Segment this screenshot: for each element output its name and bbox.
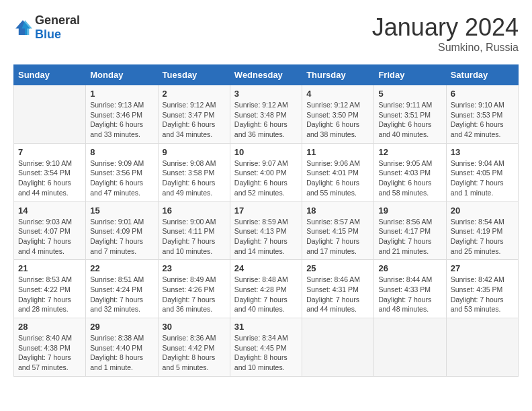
sunset-label: Sunset: 4:28 PM bbox=[234, 285, 287, 293]
daylight-label: Daylight: 7 hours and 25 minutes. bbox=[451, 237, 504, 255]
day-number: 3 bbox=[234, 89, 298, 99]
calendar-cell: 25 Sunrise: 8:46 AM Sunset: 4:31 PM Dayl… bbox=[302, 260, 374, 318]
day-info: Sunrise: 8:34 AM Sunset: 4:45 PM Dayligh… bbox=[234, 333, 298, 373]
day-info: Sunrise: 8:36 AM Sunset: 4:42 PM Dayligh… bbox=[163, 333, 226, 373]
sunset-label: Sunset: 3:50 PM bbox=[306, 111, 359, 119]
sunset-label: Sunset: 4:38 PM bbox=[18, 344, 71, 352]
day-number: 21 bbox=[18, 263, 81, 273]
sunrise-label: Sunrise: 8:51 AM bbox=[90, 275, 144, 283]
daylight-label: Daylight: 7 hours and 4 minutes. bbox=[18, 237, 71, 255]
day-info: Sunrise: 8:42 AM Sunset: 4:35 PM Dayligh… bbox=[451, 275, 514, 314]
sunrise-label: Sunrise: 8:59 AM bbox=[234, 218, 288, 226]
calendar-cell: 23 Sunrise: 8:49 AM Sunset: 4:26 PM Dayl… bbox=[158, 260, 230, 318]
day-info: Sunrise: 9:00 AM Sunset: 4:11 PM Dayligh… bbox=[163, 217, 226, 257]
calendar-cell: 11 Sunrise: 9:06 AM Sunset: 4:01 PM Dayl… bbox=[302, 143, 374, 201]
sunrise-label: Sunrise: 9:01 AM bbox=[90, 218, 144, 226]
day-info: Sunrise: 8:46 AM Sunset: 4:31 PM Dayligh… bbox=[306, 275, 369, 314]
daylight-label: Daylight: 6 hours and 52 minutes. bbox=[234, 179, 287, 197]
page-header: General Blue January 2024 Sumkino, Russi… bbox=[13, 13, 519, 54]
day-number: 8 bbox=[90, 147, 153, 157]
day-info: Sunrise: 9:09 AM Sunset: 3:56 PM Dayligh… bbox=[90, 158, 153, 198]
sunrise-label: Sunrise: 8:36 AM bbox=[163, 334, 216, 342]
sunset-label: Sunset: 4:33 PM bbox=[378, 285, 431, 293]
calendar-cell: 20 Sunrise: 8:54 AM Sunset: 4:19 PM Dayl… bbox=[446, 201, 518, 260]
calendar-cell: 6 Sunrise: 9:10 AM Sunset: 3:53 PM Dayli… bbox=[446, 85, 518, 144]
day-number: 1 bbox=[90, 89, 153, 99]
sunset-label: Sunset: 4:01 PM bbox=[306, 169, 359, 177]
day-number: 2 bbox=[163, 89, 226, 99]
daylight-label: Daylight: 8 hours and 5 minutes. bbox=[163, 353, 216, 371]
sunset-label: Sunset: 3:58 PM bbox=[163, 169, 215, 177]
sunset-label: Sunset: 4:07 PM bbox=[18, 227, 71, 235]
calendar-cell: 24 Sunrise: 8:48 AM Sunset: 4:28 PM Dayl… bbox=[230, 260, 302, 318]
sunrise-label: Sunrise: 9:11 AM bbox=[378, 101, 432, 109]
daylight-label: Daylight: 7 hours and 10 minutes. bbox=[163, 237, 216, 255]
daylight-label: Daylight: 7 hours and 21 minutes. bbox=[378, 237, 431, 255]
sunrise-label: Sunrise: 8:40 AM bbox=[18, 334, 72, 342]
weekday-header-row: SundayMondayTuesdayWednesdayThursdayFrid… bbox=[14, 65, 519, 85]
day-info: Sunrise: 9:10 AM Sunset: 3:53 PM Dayligh… bbox=[451, 100, 514, 140]
sunset-label: Sunset: 4:03 PM bbox=[378, 169, 431, 177]
weekday-header: Tuesday bbox=[158, 65, 230, 85]
daylight-label: Daylight: 6 hours and 36 minutes. bbox=[234, 120, 287, 138]
sunset-label: Sunset: 3:53 PM bbox=[451, 111, 503, 119]
day-info: Sunrise: 8:59 AM Sunset: 4:13 PM Dayligh… bbox=[234, 217, 298, 257]
daylight-label: Daylight: 7 hours and 7 minutes. bbox=[90, 237, 143, 255]
calendar-cell: 4 Sunrise: 9:12 AM Sunset: 3:50 PM Dayli… bbox=[302, 85, 374, 144]
sunrise-label: Sunrise: 9:12 AM bbox=[306, 101, 360, 109]
logo-blue: Blue bbox=[35, 28, 61, 41]
day-number: 12 bbox=[378, 147, 441, 157]
sunset-label: Sunset: 4:35 PM bbox=[451, 285, 503, 293]
calendar-cell: 8 Sunrise: 9:09 AM Sunset: 3:56 PM Dayli… bbox=[86, 143, 158, 201]
sunrise-label: Sunrise: 9:06 AM bbox=[306, 159, 360, 167]
day-info: Sunrise: 9:05 AM Sunset: 4:03 PM Dayligh… bbox=[378, 158, 441, 198]
calendar-cell: 16 Sunrise: 9:00 AM Sunset: 4:11 PM Dayl… bbox=[158, 201, 230, 260]
calendar-cell: 27 Sunrise: 8:42 AM Sunset: 4:35 PM Dayl… bbox=[446, 260, 518, 318]
sunset-label: Sunset: 4:13 PM bbox=[234, 227, 287, 235]
sunrise-label: Sunrise: 8:48 AM bbox=[234, 275, 288, 283]
sunset-label: Sunset: 4:17 PM bbox=[378, 227, 431, 235]
calendar-cell: 12 Sunrise: 9:05 AM Sunset: 4:03 PM Dayl… bbox=[374, 143, 446, 201]
sunrise-label: Sunrise: 9:13 AM bbox=[90, 101, 144, 109]
day-number: 26 bbox=[378, 263, 441, 273]
logo-text: General Blue bbox=[35, 13, 80, 42]
sunset-label: Sunset: 4:19 PM bbox=[451, 227, 503, 235]
day-number: 13 bbox=[451, 147, 514, 157]
weekday-header: Thursday bbox=[302, 65, 374, 85]
sunrise-label: Sunrise: 8:34 AM bbox=[234, 334, 288, 342]
sunset-label: Sunset: 4:45 PM bbox=[234, 344, 287, 352]
sunrise-label: Sunrise: 9:07 AM bbox=[234, 159, 288, 167]
daylight-label: Daylight: 8 hours and 1 minute. bbox=[90, 353, 143, 371]
day-info: Sunrise: 9:10 AM Sunset: 3:54 PM Dayligh… bbox=[18, 158, 81, 198]
sunrise-label: Sunrise: 8:44 AM bbox=[378, 275, 432, 283]
sunset-label: Sunset: 4:15 PM bbox=[306, 227, 359, 235]
calendar-cell: 17 Sunrise: 8:59 AM Sunset: 4:13 PM Dayl… bbox=[230, 201, 302, 260]
calendar-cell: 29 Sunrise: 8:38 AM Sunset: 4:40 PM Dayl… bbox=[86, 318, 158, 377]
daylight-label: Daylight: 6 hours and 44 minutes. bbox=[18, 179, 71, 197]
day-info: Sunrise: 9:12 AM Sunset: 3:50 PM Dayligh… bbox=[306, 100, 369, 140]
sunset-label: Sunset: 3:46 PM bbox=[90, 111, 142, 119]
calendar-cell: 14 Sunrise: 9:03 AM Sunset: 4:07 PM Dayl… bbox=[14, 201, 86, 260]
sunrise-label: Sunrise: 9:05 AM bbox=[378, 159, 432, 167]
day-number: 4 bbox=[306, 89, 369, 99]
daylight-label: Daylight: 7 hours and 40 minutes. bbox=[234, 295, 287, 314]
sunset-label: Sunset: 3:47 PM bbox=[163, 111, 215, 119]
daylight-label: Daylight: 6 hours and 38 minutes. bbox=[306, 120, 359, 138]
sunset-label: Sunset: 3:54 PM bbox=[18, 169, 71, 177]
day-info: Sunrise: 9:07 AM Sunset: 4:00 PM Dayligh… bbox=[234, 158, 298, 198]
day-info: Sunrise: 9:12 AM Sunset: 3:47 PM Dayligh… bbox=[163, 100, 226, 140]
calendar-week-row: 7 Sunrise: 9:10 AM Sunset: 3:54 PM Dayli… bbox=[14, 143, 519, 201]
title-block: January 2024 Sumkino, Russia bbox=[372, 13, 519, 54]
day-info: Sunrise: 8:49 AM Sunset: 4:26 PM Dayligh… bbox=[163, 275, 226, 314]
calendar-cell: 3 Sunrise: 9:12 AM Sunset: 3:48 PM Dayli… bbox=[230, 85, 302, 144]
sunset-label: Sunset: 4:22 PM bbox=[18, 285, 71, 293]
day-number: 16 bbox=[163, 205, 226, 216]
calendar-cell: 7 Sunrise: 9:10 AM Sunset: 3:54 PM Dayli… bbox=[14, 143, 86, 201]
day-info: Sunrise: 8:48 AM Sunset: 4:28 PM Dayligh… bbox=[234, 275, 298, 314]
daylight-label: Daylight: 6 hours and 55 minutes. bbox=[306, 179, 359, 197]
sunrise-label: Sunrise: 8:46 AM bbox=[306, 275, 360, 283]
day-info: Sunrise: 9:11 AM Sunset: 3:51 PM Dayligh… bbox=[378, 100, 441, 140]
daylight-label: Daylight: 6 hours and 42 minutes. bbox=[451, 120, 504, 138]
logo: General Blue bbox=[13, 13, 80, 42]
day-number: 15 bbox=[90, 205, 153, 216]
